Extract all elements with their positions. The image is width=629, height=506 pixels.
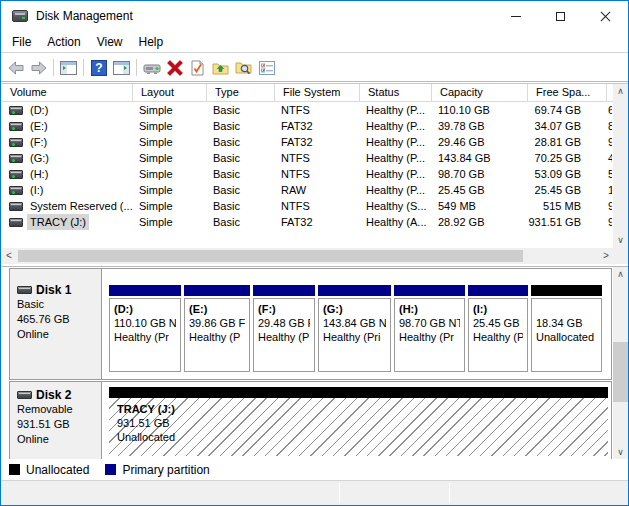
disk-drive-icon (17, 286, 32, 294)
task-check-icon (191, 60, 204, 76)
volume-type: Basic (207, 102, 275, 118)
close-button[interactable] (583, 1, 628, 31)
menu-help[interactable]: Help (131, 33, 172, 51)
volume-status: Healthy (P... (360, 134, 432, 150)
partition-block[interactable]: (G:) 143.84 GB N Healthy (Pri (318, 285, 391, 379)
partition-block[interactable]: 18.34 GB Unallocated (531, 285, 602, 379)
partition-label: (H:) (399, 302, 460, 316)
volume-row[interactable]: TRACY (J:) Simple Basic FAT32 Healthy (A… (2, 214, 628, 230)
disk-status: Online (17, 432, 101, 447)
disk-1-row: Disk 1 Basic 465.76 GB Online (D:) 110.1… (9, 268, 612, 380)
menu-action[interactable]: Action (39, 33, 88, 51)
volume-row[interactable]: (E:) Simple Basic FAT32 Healthy (P... 39… (2, 118, 628, 134)
column-header[interactable]: Layout (133, 84, 207, 102)
task-check-button[interactable] (186, 56, 209, 79)
volume-list-vertical-scrollbar[interactable]: ∧ ∨ (613, 84, 628, 248)
back-button[interactable] (4, 56, 27, 79)
partition-size: 39.86 GB F (189, 316, 245, 330)
column-header[interactable]: Capacity (432, 84, 528, 102)
partition-color-bar (253, 285, 315, 296)
partition-status: Healthy (Pr (114, 330, 176, 344)
volume-capacity: 28.92 GB (432, 214, 528, 230)
show-action-pane-button[interactable] (110, 56, 133, 79)
partition-block[interactable]: (H:) 98.70 GB NT Healthy (Pr (394, 285, 465, 379)
disk-size: 465.76 GB (17, 312, 101, 327)
rescan-disks-button[interactable] (140, 56, 163, 79)
volume-layout: Simple (133, 198, 207, 214)
volume-row[interactable]: (H:) Simple Basic NTFS Healthy (P... 98.… (2, 166, 628, 182)
back-icon (7, 60, 25, 76)
show-console-tree-button[interactable] (57, 56, 80, 79)
column-header[interactable]: Type (207, 84, 275, 102)
volume-capacity: 98.70 GB (432, 166, 528, 182)
disk-management-window: Disk Management File Action View Help ? (0, 0, 629, 506)
partition-color-bar (109, 387, 608, 398)
disk-1-partitions: (D:) 110.10 GB N Healthy (Pr (E:) 39.86 … (102, 269, 611, 379)
column-header[interactable]: Free Spa... (528, 84, 607, 102)
volume-file-system: FAT32 (275, 134, 360, 150)
scroll-up-icon[interactable]: ∧ (613, 84, 628, 99)
forward-icon (30, 60, 48, 76)
help-button[interactable]: ? (87, 56, 110, 79)
volume-free-space: 515 MB (528, 198, 607, 214)
folder-explore-button[interactable] (232, 56, 255, 79)
disk-view-vertical-scrollbar[interactable]: ∧ ∨ (613, 267, 628, 460)
maximize-button[interactable] (538, 1, 583, 31)
scroll-up-icon[interactable]: ∧ (613, 267, 628, 282)
partition-block[interactable]: TRACY (J:) 931.51 GB Unallocated (109, 387, 608, 459)
volume-file-system: NTFS (275, 166, 360, 182)
volume-row[interactable]: (G:) Simple Basic NTFS Healthy (P... 143… (2, 150, 628, 166)
disk-1-info-panel[interactable]: Disk 1 Basic 465.76 GB Online (10, 269, 102, 379)
partition-block[interactable]: (I:) 25.45 GB R Healthy (P (468, 285, 528, 379)
status-bar-divider (339, 483, 340, 503)
volume-capacity: 25.45 GB (432, 182, 528, 198)
partition-size: 143.84 GB N (323, 316, 386, 330)
partition-block[interactable]: (E:) 39.86 GB F Healthy (P (184, 285, 250, 379)
partition-block[interactable]: (F:) 29.48 GB F Healthy (P (253, 285, 315, 379)
column-header[interactable]: Status (360, 84, 432, 102)
folder-up-button[interactable] (209, 56, 232, 79)
volume-layout: Simple (133, 166, 207, 182)
scroll-left-icon[interactable]: < (2, 248, 16, 264)
scroll-right-icon[interactable]: > (599, 248, 613, 264)
partition-block[interactable]: (D:) 110.10 GB N Healthy (Pr (109, 285, 181, 379)
scroll-down-icon[interactable]: ∨ (613, 445, 628, 460)
volume-type: Basic (207, 182, 275, 198)
volume-drive-icon (9, 170, 23, 179)
volume-name: System Reserved (... (27, 198, 133, 214)
partition-status: Healthy (P (258, 330, 310, 344)
drive-led-dot (12, 191, 15, 194)
volume-row[interactable]: System Reserved (... Simple Basic NTFS H… (2, 198, 628, 214)
disk-view-scrollbar-thumb[interactable] (613, 342, 628, 402)
forward-button[interactable] (27, 56, 50, 79)
volume-percent-free: 8 (607, 118, 612, 134)
volume-name: (E:) (27, 118, 51, 134)
disk-type: Removable (17, 402, 101, 417)
volume-status: Healthy (P... (360, 102, 432, 118)
drive-led-dot (12, 143, 15, 146)
volume-row[interactable]: (I:) Simple Basic RAW Healthy (P... 25.4… (2, 182, 628, 198)
minimize-button[interactable] (493, 1, 538, 31)
delete-icon (167, 60, 183, 76)
volume-status: Healthy (A... (360, 214, 432, 230)
graphical-disk-view: Disk 1 Basic 465.76 GB Online (D:) 110.1… (2, 266, 628, 459)
volume-percent-free: 4 (607, 150, 612, 166)
folder-up-icon (212, 61, 229, 75)
legend-label: Primary partition (122, 463, 209, 477)
scroll-down-icon[interactable]: ∨ (613, 233, 628, 248)
volume-row[interactable]: (F:) Simple Basic FAT32 Healthy (P... 29… (2, 134, 628, 150)
svg-text:?: ? (95, 61, 102, 75)
disk-2-info-panel[interactable]: Disk 2 Removable 931.51 GB Online (10, 382, 102, 459)
menu-file[interactable]: File (4, 33, 39, 51)
properties-button[interactable] (255, 56, 278, 79)
column-header[interactable]: Volume (2, 84, 133, 102)
volume-type: Basic (207, 118, 275, 134)
menu-view[interactable]: View (89, 33, 131, 51)
horizontal-scrollbar[interactable]: < > (2, 248, 613, 264)
horizontal-scrollbar-thumb[interactable] (18, 250, 523, 262)
delete-button[interactable] (163, 56, 186, 79)
volume-row[interactable]: (D:) Simple Basic NTFS Healthy (P... 110… (2, 102, 628, 118)
column-header[interactable]: File System (275, 84, 360, 102)
volume-file-system: FAT32 (275, 214, 360, 230)
volume-capacity: 549 MB (432, 198, 528, 214)
